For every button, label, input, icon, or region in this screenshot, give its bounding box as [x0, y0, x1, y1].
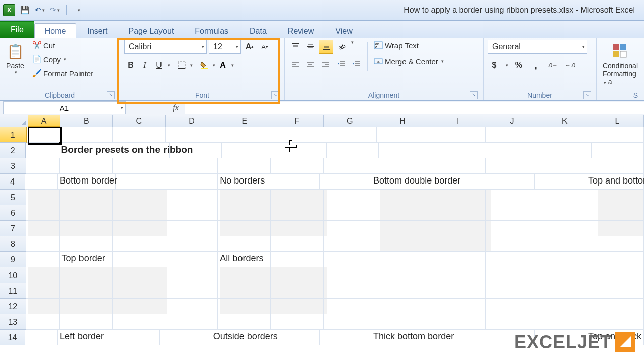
cell-G8[interactable] — [324, 236, 376, 252]
cell-E2[interactable] — [222, 143, 274, 158]
cell-K10[interactable] — [538, 267, 591, 283]
cell-F4[interactable] — [269, 174, 320, 190]
underline-button[interactable]: U — [152, 59, 166, 72]
cell-H1[interactable] — [377, 127, 430, 143]
cell-J11[interactable] — [486, 283, 538, 299]
cell-B2[interactable]: Border presets on the ribbon — [59, 143, 117, 158]
cell-B9[interactable]: Top border — [60, 252, 113, 267]
align-top-button[interactable] — [289, 40, 302, 53]
cell-B6[interactable] — [60, 205, 113, 221]
chevron-down-icon[interactable]: ▾ — [168, 63, 170, 68]
cell-B14[interactable]: Left border — [58, 330, 109, 345]
tab-data[interactable]: Data — [239, 23, 277, 38]
cell-L10[interactable] — [591, 267, 644, 283]
cell-E7[interactable] — [218, 221, 271, 236]
column-header-C[interactable]: C — [113, 115, 166, 127]
italic-button[interactable]: I — [138, 59, 151, 72]
redo-icon[interactable]: ↷▾ — [49, 5, 60, 16]
cell-H8[interactable] — [376, 236, 429, 252]
decrease-decimal-button[interactable]: ←.0 — [564, 59, 577, 72]
cell-K7[interactable] — [538, 221, 591, 236]
chevron-down-icon[interactable]: ▾ — [231, 63, 234, 68]
number-format-combo[interactable]: General ▾ — [488, 40, 587, 54]
cell-I2[interactable] — [431, 143, 487, 158]
align-bottom-button[interactable] — [319, 40, 333, 54]
cell-C10[interactable] — [113, 267, 166, 283]
cell-C8[interactable] — [113, 236, 166, 252]
merge-center-button[interactable]: a Merge & Center ▾ — [372, 56, 446, 67]
cell-F11[interactable] — [271, 283, 324, 299]
row-header-14[interactable]: 14 — [0, 330, 25, 345]
cell-A1[interactable] — [27, 127, 60, 143]
cell-I12[interactable] — [429, 299, 486, 314]
row-header-10[interactable]: 10 — [0, 267, 26, 283]
formula-input[interactable] — [185, 102, 644, 114]
cell-E10[interactable] — [218, 267, 271, 283]
cell-A14[interactable] — [25, 330, 58, 345]
cell-L1[interactable] — [591, 127, 644, 143]
cell-C9[interactable] — [113, 252, 166, 267]
cell-H7[interactable] — [376, 221, 429, 236]
cell-A13[interactable] — [26, 314, 60, 330]
cell-J1[interactable] — [486, 127, 538, 143]
save-icon[interactable]: 💾 — [19, 5, 30, 16]
cell-I6[interactable] — [429, 205, 486, 221]
cell-J7[interactable] — [486, 221, 538, 236]
cell-H6[interactable] — [376, 205, 429, 221]
cell-K13[interactable] — [538, 314, 591, 330]
cell-E3[interactable] — [218, 158, 271, 174]
cell-G12[interactable] — [324, 299, 376, 314]
align-center-button[interactable] — [304, 59, 317, 72]
cell-J13[interactable] — [486, 314, 538, 330]
grow-font-button[interactable]: A▴ — [243, 40, 256, 53]
cell-C1[interactable] — [113, 127, 166, 143]
cell-G2[interactable] — [327, 143, 379, 158]
cell-B7[interactable] — [60, 221, 113, 236]
bold-button[interactable]: B — [124, 59, 137, 72]
cell-L3[interactable] — [591, 158, 644, 174]
column-header-H[interactable]: H — [376, 115, 429, 127]
cell-K5[interactable] — [538, 190, 591, 205]
font-color-button[interactable]: A — [216, 59, 229, 72]
decrease-indent-button[interactable] — [335, 58, 348, 71]
tab-home[interactable]: Home — [34, 23, 77, 38]
tab-insert[interactable]: Insert — [76, 23, 118, 38]
cell-D7[interactable] — [165, 221, 218, 236]
orientation-button[interactable]: ab — [335, 40, 348, 53]
wrap-text-button[interactable]: abc Wrap Text — [372, 40, 446, 51]
column-header-J[interactable]: J — [486, 115, 539, 127]
select-all-corner[interactable] — [0, 115, 28, 127]
cell-B5[interactable] — [60, 190, 113, 205]
cell-E12[interactable] — [218, 299, 271, 314]
cell-I8[interactable] — [429, 236, 486, 252]
cell-D13[interactable] — [165, 314, 218, 330]
cell-D1[interactable] — [166, 127, 218, 143]
column-header-G[interactable]: G — [324, 115, 376, 127]
cell-D8[interactable] — [165, 236, 218, 252]
cell-K11[interactable] — [538, 283, 591, 299]
row-header-9[interactable]: 9 — [0, 252, 26, 267]
cell-F3[interactable] — [271, 158, 324, 174]
cell-G5[interactable] — [324, 190, 376, 205]
cell-H5[interactable] — [376, 190, 429, 205]
row-header-1[interactable]: 1 — [0, 127, 27, 143]
shrink-font-button[interactable]: A▾ — [258, 40, 271, 53]
dialog-launcher-icon[interactable]: ↘ — [583, 91, 591, 99]
row-header-13[interactable]: 13 — [0, 314, 26, 330]
cell-B11[interactable] — [60, 283, 113, 299]
cell-D12[interactable] — [165, 299, 218, 314]
cell-C6[interactable] — [113, 205, 166, 221]
cell-B12[interactable] — [60, 299, 113, 314]
comma-button[interactable]: , — [529, 59, 542, 72]
cell-B8[interactable] — [60, 236, 113, 252]
cell-K12[interactable] — [538, 299, 591, 314]
cell-E11[interactable] — [218, 283, 271, 299]
cell-F6[interactable] — [271, 205, 324, 221]
cell-E6[interactable] — [218, 205, 271, 221]
cell-I7[interactable] — [429, 221, 486, 236]
cell-I3[interactable] — [429, 158, 486, 174]
cell-H4[interactable]: Bottom double border — [371, 174, 429, 190]
cell-L2[interactable] — [592, 143, 644, 158]
paste-button[interactable]: 📋 Paste ▾ — [4, 40, 26, 76]
row-header-6[interactable]: 6 — [0, 205, 26, 221]
